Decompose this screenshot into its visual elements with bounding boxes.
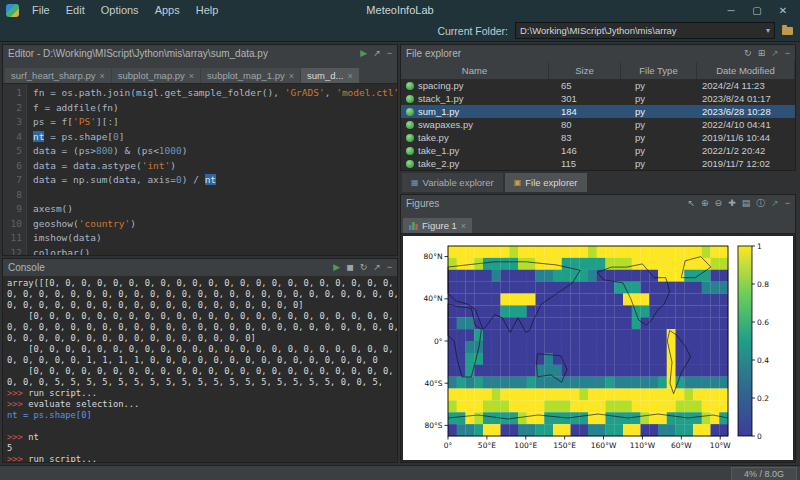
main-area: Editor - D:\Working\MIScript\Jython\mis\… (0, 42, 800, 465)
file-row-sum_1.py[interactable]: sum_1.py184py2023/6/28 10:28 (401, 105, 795, 118)
world-map-figure[interactable]: 0°50°E100°E150°E160°W110°W60°W10°W 80°N4… (408, 240, 788, 456)
code-line[interactable]: fn = os.path.join(migl.get_sample_folder… (33, 86, 397, 101)
minimize-panel-icon[interactable]: − (387, 263, 392, 272)
figure-tab[interactable]: Figure 1 × (403, 218, 472, 233)
close-tab-icon[interactable]: × (461, 221, 466, 231)
chevron-down-icon[interactable]: ▾ (766, 26, 770, 35)
code-editor[interactable]: 123456789101112 fn = os.path.join(migl.g… (3, 84, 397, 255)
file-name: take_2.py (401, 158, 549, 169)
code-line[interactable]: nt = ps.shape[0] (33, 130, 397, 145)
file-size: 301 (549, 93, 621, 104)
heatmap-grid (448, 246, 728, 436)
menu-options[interactable]: Options (93, 3, 147, 17)
current-folder-combobox[interactable]: D:\Working\MIScript\Jython\mis\array ▾ (515, 22, 775, 39)
menu-help[interactable]: Help (188, 3, 227, 17)
meteoinfolab-window: { "menubar": { "menus": ["File", "Edit",… (0, 0, 800, 480)
colorbar (738, 246, 752, 436)
minimize-panel-icon[interactable]: − (785, 199, 790, 208)
close-tab-icon[interactable]: × (289, 71, 294, 81)
code-line[interactable]: data = np.sum(data, axis=0) / nt (33, 173, 397, 188)
zoom-out-icon[interactable]: ⊖ (715, 199, 723, 208)
select-cursor-icon[interactable]: ↖ (687, 199, 695, 208)
tab-file-explorer[interactable]: ▣File explorer (505, 173, 587, 192)
console-line: [0, 0, 0, 0, 0, 0, 0, 0, 0, 0, 0, 0, 0, … (7, 311, 393, 322)
console-line: 5 (7, 443, 393, 454)
figures-toolbar-icons: ↖⊕⊖✚▤ⓘ↗− (681, 199, 790, 208)
code-line[interactable] (33, 188, 397, 203)
file-row-take_2.py[interactable]: take_2.py115py2019/11/7 12:02 (401, 157, 795, 170)
file-type: py (621, 80, 697, 91)
menu-apps[interactable]: Apps (147, 3, 188, 17)
python-file-icon (406, 95, 414, 103)
code-line[interactable]: imshow(data) (33, 231, 397, 246)
editor-tab-subplot-map-1-py[interactable]: subplot_map_1.py× (201, 68, 300, 83)
svg-text:10°W: 10°W (710, 441, 731, 450)
console-line: array([[0, 0, 0, 0, 0, 0, 0, 0, 0, 0, 0,… (7, 278, 393, 289)
svg-text:0: 0 (757, 432, 762, 441)
svg-text:0°: 0° (434, 337, 443, 346)
pan-icon[interactable]: ✚ (728, 199, 736, 208)
file-table-rows: spacing.py65py2024/2/4 11:23stack_1.py30… (401, 79, 795, 170)
code-area[interactable]: fn = os.path.join(migl.get_sample_folder… (27, 84, 397, 255)
file-row-take.py[interactable]: take.py83py2019/11/6 10:44 (401, 131, 795, 144)
tab-label: File explorer (525, 177, 577, 188)
code-line[interactable]: colorbar() (33, 246, 397, 256)
line-number: 11 (3, 231, 22, 246)
editor-tab-surf-heart-sharp-py[interactable]: surf_heart_sharp.py× (5, 68, 111, 83)
code-line[interactable]: data = data.astype('int') (33, 159, 397, 174)
column-header-name[interactable]: Name (401, 62, 549, 79)
memory-usage-indicator[interactable]: 4% / 8.0G (731, 467, 797, 480)
svg-text:0.8: 0.8 (757, 280, 769, 289)
new-folder-icon[interactable]: ⊞ (758, 49, 766, 58)
menu-file[interactable]: File (24, 3, 58, 17)
console-line: 0, 0, 0, 0, 0, 1, 1, 1, 1, 0, 0, 0, 0, 0… (7, 355, 393, 366)
line-number: 5 (3, 144, 22, 159)
tab-variable-explorer[interactable]: ▦Variable explorer (402, 173, 503, 192)
float-panel-icon[interactable]: ↗ (771, 199, 779, 208)
print-icon[interactable]: ▤ (742, 199, 751, 208)
editor-tab-subplot-map-py[interactable]: subplot_map.py× (112, 68, 200, 83)
menu-edit[interactable]: Edit (58, 3, 93, 17)
figures-title: Figures (406, 198, 681, 209)
console-output[interactable]: array([[0, 0, 0, 0, 0, 0, 0, 0, 0, 0, 0,… (3, 276, 397, 462)
close-tab-icon[interactable]: × (189, 71, 194, 81)
console-line: >>> nt (7, 432, 393, 443)
refresh-icon[interactable]: ↻ (360, 263, 368, 272)
figure-canvas[interactable]: 0°50°E100°E150°E160°W110°W60°W10°W 80°N4… (403, 236, 793, 460)
file-row-take_1.py[interactable]: take_1.py146py2022/1/2 20:42 (401, 144, 795, 157)
stop-icon[interactable]: ◼ (346, 263, 353, 272)
column-header-size[interactable]: Size (549, 62, 621, 79)
float-panel-icon[interactable]: ↗ (373, 49, 381, 58)
float-panel-icon[interactable]: ↗ (771, 49, 779, 58)
file-row-swapaxes.py[interactable]: swapaxes.py80py2022/4/10 04:41 (401, 118, 795, 131)
line-number: 10 (3, 217, 22, 232)
refresh-icon[interactable]: ↻ (744, 49, 752, 58)
close-tab-icon[interactable]: × (100, 71, 105, 81)
code-line[interactable]: axesm() (33, 202, 397, 217)
file-row-stack_1.py[interactable]: stack_1.py301py2023/8/24 01:17 (401, 92, 795, 105)
run-icon[interactable]: ▶ (333, 263, 340, 272)
maximize-button[interactable]: ▢ (744, 5, 770, 16)
minimize-panel-icon[interactable]: − (785, 49, 790, 58)
close-button[interactable]: ✕ (770, 5, 796, 16)
info-icon[interactable]: ⓘ (756, 199, 765, 208)
column-header-date-modified[interactable]: Date Modified (697, 62, 795, 79)
minimize-button[interactable]: ─ (718, 5, 744, 16)
browse-folder-button[interactable] (782, 27, 793, 35)
float-panel-icon[interactable]: ↗ (373, 263, 381, 272)
file-row-spacing.py[interactable]: spacing.py65py2024/2/4 11:23 (401, 79, 795, 92)
svg-text:150°E: 150°E (553, 441, 576, 450)
run-script-icon[interactable]: ▶ (360, 49, 367, 58)
console-line: 0, 0, 0, 0, 0, 0, 0, 0, 0, 0, 0, 0, 0, 0… (7, 333, 393, 344)
minimize-panel-icon[interactable]: − (387, 49, 392, 58)
svg-text:0.4: 0.4 (757, 356, 769, 365)
code-line[interactable]: geoshow('country') (33, 217, 397, 232)
code-line[interactable]: data = (ps>800) & (ps<1000) (33, 144, 397, 159)
left-column: Editor - D:\Working\MIScript\Jython\mis\… (2, 44, 398, 463)
editor-tab-sum-d[interactable]: sum_d...× (301, 68, 359, 83)
column-header-file-type[interactable]: File Type (621, 62, 697, 79)
code-line[interactable]: ps = f['PS'][:] (33, 115, 397, 130)
zoom-in-icon[interactable]: ⊕ (701, 199, 709, 208)
code-line[interactable]: f = addfile(fn) (33, 101, 397, 116)
close-tab-icon[interactable]: × (347, 71, 352, 81)
